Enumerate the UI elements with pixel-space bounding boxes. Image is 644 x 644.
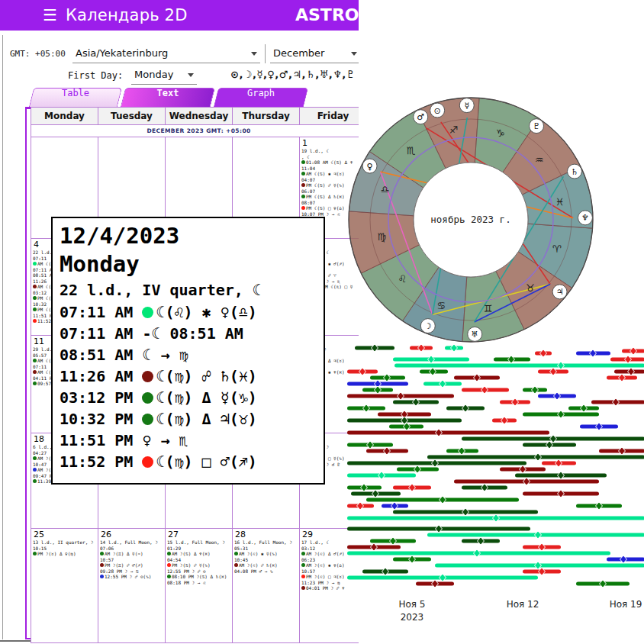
day-event-line: 10:15 (33, 546, 96, 552)
weekday-header: Thursday (233, 108, 300, 125)
weekday-header: Tuesday (98, 108, 166, 125)
event-dot-icon (100, 575, 104, 578)
timeline-marker (363, 404, 370, 412)
timeline-marker (581, 404, 588, 412)
timeline-marker (414, 465, 421, 473)
hamburger-menu-icon[interactable]: ☰ (43, 6, 57, 24)
month-select[interactable]: December (270, 44, 359, 63)
timeline-marker (628, 368, 635, 375)
event-dot-icon (167, 575, 171, 578)
event-dot-icon (142, 307, 153, 318)
zodiac-sign-glyph: ♌ (398, 273, 407, 285)
tab-graph[interactable]: Graph (216, 88, 306, 107)
timeline-marker (430, 368, 436, 375)
app-window: ☰ Календарь 2D ASTRO3D GMT: +05:00 Asia/… (0, 0, 359, 644)
timeline-marker (532, 386, 539, 394)
timeline-marker (459, 447, 465, 455)
planet-glyph: ⊙ (434, 106, 441, 116)
calendar-day-cell[interactable]: 2513 l.d., II quarter, ☽10:15PM ☽(♉) Δ ♀… (31, 529, 98, 643)
timeline-marker (418, 344, 425, 352)
month-value: December (273, 47, 324, 59)
event-dot-icon (301, 160, 305, 164)
timeline-marker (390, 537, 397, 545)
event-time: 11:51 PM (60, 431, 142, 449)
day-event-line: AM ☽(♋) Δ ♆(♓) (167, 551, 230, 557)
timeline-marker (550, 435, 557, 443)
event-time: 07:11 AM (60, 303, 142, 321)
timeline-marker (625, 356, 632, 363)
timeline-marker (375, 386, 382, 394)
popup-date: 12/4/2023 (60, 222, 317, 250)
tooltip-event: 07:11 AM -☾ 08:51 AM (60, 323, 317, 344)
timeline-marker (558, 490, 565, 497)
day-event-line: PM ☽(♋) ☍ ☿(♑) (167, 562, 230, 568)
timeline-marker (620, 555, 627, 563)
day-number: 25 (34, 530, 96, 539)
day-event-line: AM ☽(♌) ☍ ♄(♓) (234, 562, 298, 568)
timeline-marker (462, 404, 469, 412)
timezone-select[interactable]: Asia/Yekaterinburg (72, 44, 260, 63)
first-day-select[interactable]: Monday (131, 66, 197, 85)
day-moon-summary: 14 l.d., Full Moon, ☽ (100, 539, 163, 546)
tab-label: Text (123, 88, 213, 98)
calendar-day-cell[interactable]: 2614 l.d., Full Moon, ☽07:06AM ☽(♊) Δ ☿(… (98, 529, 166, 643)
chevron-down-icon (251, 52, 257, 56)
day-number: 28 (235, 530, 298, 539)
timeline-marker (619, 447, 626, 455)
event-dot-icon (301, 552, 305, 555)
chevron-down-icon (351, 52, 357, 56)
timeline-marker (361, 484, 368, 491)
timeline-marker (367, 441, 374, 449)
planet-glyph: ♃ (556, 287, 564, 297)
planet-glyph: ♀ (367, 162, 373, 172)
event-time: 07:11 AM (60, 324, 142, 343)
zodiac-sign-glyph: ♍ (377, 231, 386, 243)
event-dot-icon (100, 552, 104, 555)
timeline-marker (428, 356, 435, 363)
tab-text[interactable]: Text (123, 88, 213, 107)
event-dot-icon (33, 285, 37, 288)
event-dot-icon (301, 575, 305, 578)
event-dot-icon (167, 563, 171, 567)
event-dot-icon (33, 359, 37, 362)
day-event-line: 10:57 (100, 557, 163, 563)
zodiac-sign-glyph: ♐ (449, 124, 458, 136)
calendar-day-cell[interactable]: 2715 l.d., Full Moon, ☽01:29AM ☽(♋) Δ ♆(… (166, 529, 233, 643)
zodiac-sign-glyph: ♑ (496, 127, 505, 139)
tab-table[interactable]: Table (31, 88, 120, 107)
event-dot-icon (33, 468, 37, 472)
event-time: 11:26 AM (60, 367, 142, 385)
timeline-marker (440, 496, 446, 504)
popup-weekday: Monday (60, 250, 317, 279)
day-event-line: 10:45 (234, 557, 298, 563)
timeline-marker (436, 429, 443, 436)
timeline-panel: Ноя 52023Ноя 12Ноя 19 (347, 343, 644, 644)
event-dot-icon (301, 206, 305, 210)
timeline-marker (493, 514, 500, 522)
event-text: ☾(♍) Δ ♃(♉) (156, 410, 256, 428)
timeline-marker (474, 549, 481, 557)
wheel-month-label: ноябрь 2023 г. (430, 214, 510, 225)
event-dot-icon (301, 183, 305, 187)
day-details-popup: 12/4/2023 Monday 22 l.d., IV quarter, ☾ … (51, 217, 325, 485)
tooltip-event: 11:26 AM ☾(♍) ☍ ♄(♓) (60, 365, 317, 387)
timeline-marker (539, 568, 546, 575)
event-text: ☾ → ♍ (142, 346, 188, 364)
timeline-marker (481, 484, 488, 491)
event-time: 10:32 PM (60, 410, 142, 428)
timeline-marker (540, 349, 547, 357)
event-dot-icon (33, 296, 37, 300)
timeline-marker (554, 392, 561, 400)
timeline-marker (555, 459, 562, 467)
event-text: ☾(♌) ✱ ♀(♎) (156, 303, 256, 321)
planet-glyph: ♄ (571, 167, 578, 177)
timeline-marker (558, 411, 565, 418)
planet-toggle-row[interactable]: ⊙,☽,☿,♀,♂,♃,♄,♅,♆,♇ (230, 69, 356, 80)
calendar-day-cell[interactable]: 2816 l.d., Full Moon, ☽05:31AM ☽(♌) ✱ ☿(… (233, 529, 300, 643)
planet-glyph: ♆ (581, 213, 589, 223)
timeline-marker (372, 490, 379, 497)
event-dot-icon (33, 308, 37, 311)
timeline-marker (512, 398, 519, 406)
day-event-line: 12:55 PM ☽ ☍ ⊙ (167, 568, 230, 575)
timeline-bar (394, 364, 644, 368)
